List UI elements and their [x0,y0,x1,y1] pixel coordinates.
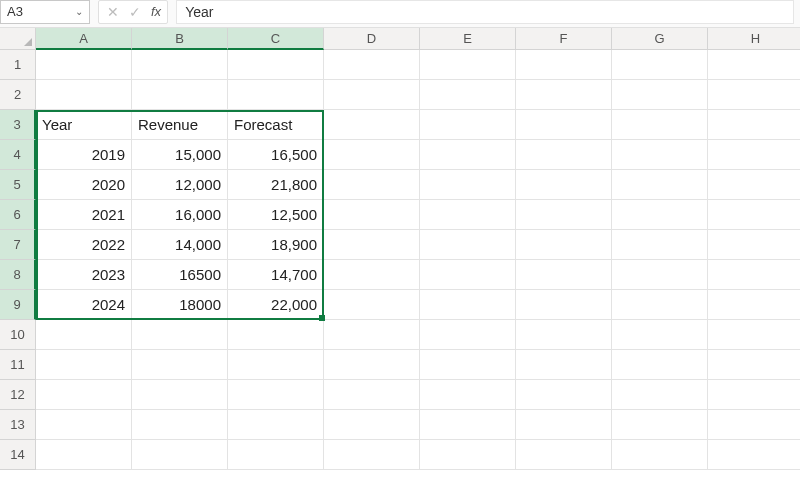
cell-D14[interactable] [324,440,420,470]
cell-D8[interactable] [324,260,420,290]
cell-C8[interactable]: 14,700 [228,260,324,290]
cell-D7[interactable] [324,230,420,260]
cell-F5[interactable] [516,170,612,200]
cell-G6[interactable] [612,200,708,230]
cell-E4[interactable] [420,140,516,170]
name-box[interactable]: A3 ⌄ [0,0,90,24]
cell-E13[interactable] [420,410,516,440]
cell-B13[interactable] [132,410,228,440]
row-header[interactable]: 8 [0,260,36,290]
row-header[interactable]: 10 [0,320,36,350]
cell-H5[interactable] [708,170,800,200]
row-header[interactable]: 14 [0,440,36,470]
cell-B3[interactable]: Revenue [132,110,228,140]
column-header[interactable]: G [612,28,708,50]
cell-F3[interactable] [516,110,612,140]
cell-D13[interactable] [324,410,420,440]
cell-D12[interactable] [324,380,420,410]
cell-G14[interactable] [612,440,708,470]
cell-G11[interactable] [612,350,708,380]
chevron-down-icon[interactable]: ⌄ [75,6,83,17]
cell-B4[interactable]: 15,000 [132,140,228,170]
cell-A6[interactable]: 2021 [36,200,132,230]
cell-F2[interactable] [516,80,612,110]
cell-E12[interactable] [420,380,516,410]
cell-D10[interactable] [324,320,420,350]
cell-A12[interactable] [36,380,132,410]
column-header[interactable]: E [420,28,516,50]
cell-A3[interactable]: Year [36,110,132,140]
cell-C11[interactable] [228,350,324,380]
row-header[interactable]: 13 [0,410,36,440]
cell-D11[interactable] [324,350,420,380]
row-header[interactable]: 1 [0,50,36,80]
cell-A14[interactable] [36,440,132,470]
column-header[interactable]: D [324,28,420,50]
row-header[interactable]: 2 [0,80,36,110]
cell-F10[interactable] [516,320,612,350]
cell-H12[interactable] [708,380,800,410]
cell-G9[interactable] [612,290,708,320]
cell-G7[interactable] [612,230,708,260]
cell-F4[interactable] [516,140,612,170]
cell-E11[interactable] [420,350,516,380]
cell-B6[interactable]: 16,000 [132,200,228,230]
cell-D4[interactable] [324,140,420,170]
cell-G13[interactable] [612,410,708,440]
cell-E1[interactable] [420,50,516,80]
cell-A11[interactable] [36,350,132,380]
row-header[interactable]: 4 [0,140,36,170]
cell-F7[interactable] [516,230,612,260]
cell-H6[interactable] [708,200,800,230]
cell-A7[interactable]: 2022 [36,230,132,260]
cell-F14[interactable] [516,440,612,470]
cell-G3[interactable] [612,110,708,140]
cell-C6[interactable]: 12,500 [228,200,324,230]
column-header[interactable]: B [132,28,228,50]
column-header[interactable]: A [36,28,132,50]
cell-H1[interactable] [708,50,800,80]
cell-H8[interactable] [708,260,800,290]
cell-H10[interactable] [708,320,800,350]
row-header[interactable]: 9 [0,290,36,320]
formula-bar[interactable]: Year [176,0,794,24]
cell-C4[interactable]: 16,500 [228,140,324,170]
cell-H2[interactable] [708,80,800,110]
cell-H7[interactable] [708,230,800,260]
cell-F9[interactable] [516,290,612,320]
cell-G4[interactable] [612,140,708,170]
cell-C7[interactable]: 18,900 [228,230,324,260]
row-header[interactable]: 11 [0,350,36,380]
cell-A5[interactable]: 2020 [36,170,132,200]
column-header[interactable]: H [708,28,800,50]
cell-D1[interactable] [324,50,420,80]
cell-B10[interactable] [132,320,228,350]
cell-H9[interactable] [708,290,800,320]
cell-F13[interactable] [516,410,612,440]
cell-B2[interactable] [132,80,228,110]
cell-F6[interactable] [516,200,612,230]
column-header[interactable]: F [516,28,612,50]
cell-G5[interactable] [612,170,708,200]
cell-B9[interactable]: 18000 [132,290,228,320]
cell-H4[interactable] [708,140,800,170]
cell-D5[interactable] [324,170,420,200]
cell-E5[interactable] [420,170,516,200]
cell-F12[interactable] [516,380,612,410]
row-header[interactable]: 3 [0,110,36,140]
cell-A2[interactable] [36,80,132,110]
select-all-triangle[interactable] [0,28,36,50]
cell-D3[interactable] [324,110,420,140]
row-header[interactable]: 7 [0,230,36,260]
cell-C5[interactable]: 21,800 [228,170,324,200]
cell-C1[interactable] [228,50,324,80]
cell-F8[interactable] [516,260,612,290]
cell-E14[interactable] [420,440,516,470]
cell-B5[interactable]: 12,000 [132,170,228,200]
cell-E8[interactable] [420,260,516,290]
cell-C3[interactable]: Forecast [228,110,324,140]
row-header[interactable]: 12 [0,380,36,410]
cell-G10[interactable] [612,320,708,350]
cell-H14[interactable] [708,440,800,470]
cell-B8[interactable]: 16500 [132,260,228,290]
